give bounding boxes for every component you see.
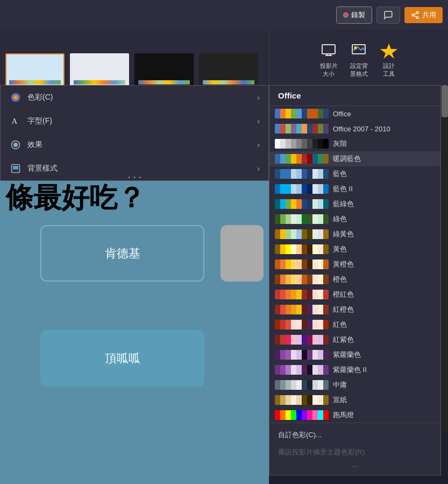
svg-text:A: A [12,117,18,125]
bg-format-button[interactable]: 設定背景格式 [349,40,368,78]
color-icon [9,91,22,104]
svg-point-14 [15,96,16,98]
slide-size-icon [319,40,338,60]
box-popeyes-label: 頂呱呱 [105,350,140,367]
theme-swatch [275,244,329,254]
color-strip-2 [74,80,125,85]
background-icon [9,162,22,175]
theme-item[interactable]: 藍色 [269,166,440,181]
theme-item[interactable]: 紅色 [269,317,440,332]
scrollbar-track [442,85,448,430]
ctx-background-arrow: › [257,164,260,173]
theme-item-label: 中庸 [333,380,347,390]
theme-swatch [275,275,329,284]
theme-item[interactable]: 藍綠色 [269,197,440,212]
ctx-color[interactable]: 色彩(C) › [1,86,268,109]
scrollbar-thumb[interactable] [442,85,448,117]
color-strip-4 [203,80,254,85]
theme-footer: 自訂色彩(C)... 重設投影片佈景主題色彩(R) ···· [269,423,440,475]
svg-point-17 [13,143,18,147]
svg-rect-5 [322,45,335,54]
bg-format-label: 設定背景格式 [350,62,368,78]
custom-color-item[interactable]: 自訂色彩(C)... [269,426,440,444]
design-tool-icon [379,40,399,60]
theme-item[interactable]: 紫蘿蘭色 II [269,362,440,377]
comment-button[interactable] [376,6,400,24]
theme-item[interactable]: 中庸 [269,377,440,392]
slide-box-popeyes[interactable]: 頂呱呱 [40,330,204,387]
theme-item-label: 灰階 [333,139,347,149]
slide-size-button[interactable]: 投影片大小 [319,40,338,78]
theme-item-label: 暖調藍色 [333,154,361,164]
slide-box-mcdo[interactable] [221,225,264,282]
footer-dots: ···· [269,461,440,472]
slide-title: 條最好吃？ [0,179,258,217]
theme-swatch [275,305,329,314]
reset-color-item[interactable]: 重設投影片佈景主題色彩(R) [269,444,440,461]
theme-swatch [275,214,329,224]
slide-size-label: 投影片大小 [320,62,338,78]
ctx-effect-label: 效果 [27,140,42,150]
theme-item[interactable]: 橙色 [269,272,440,287]
context-menu: 色彩(C) › A 字型(F) › 效果 › 背景樣式 › [0,85,269,181]
theme-swatch [275,124,329,134]
theme-item-label: 藍綠色 [333,199,354,209]
theme-item[interactable]: 橙紅色 [269,287,440,302]
theme-swatch [275,229,329,239]
theme-item[interactable]: 跑馬燈 [269,408,440,423]
toolbar: 錄製 共用 [0,0,448,30]
design-tool-button[interactable]: 設計工具 [379,40,399,78]
theme-swatch [275,320,329,329]
theme-swatch [275,395,329,405]
theme-item[interactable]: 紅橙色 [269,302,440,317]
theme-swatch [275,259,329,269]
share-label: 共用 [422,10,436,20]
theme-item[interactable]: 紅紫色 [269,332,440,347]
effect-icon [9,138,22,151]
theme-item-label: 綠黃色 [333,229,354,239]
theme-header: Office [269,86,440,106]
slide-box-kfc[interactable]: 肯德基 [40,225,204,282]
design-tool-label: 設計工具 [383,62,395,78]
theme-item[interactable]: 紫蘿蘭色 [269,347,440,362]
ctx-effect-arrow: › [257,141,260,149]
theme-swatch [275,199,329,209]
record-button[interactable]: 錄製 [336,6,372,24]
theme-item-label: 紫蘿蘭色 II [333,365,367,375]
theme-item[interactable]: 藍色 II [269,181,440,197]
ctx-font[interactable]: A 字型(F) › [1,109,268,133]
theme-swatch [275,335,329,345]
theme-dropdown: Office OfficeOffice 2007 - 2010灰階暖調藍色藍色藍… [269,85,441,475]
theme-item[interactable]: 灰階 [269,136,440,151]
theme-item[interactable]: Office [269,106,440,121]
theme-swatch [275,365,329,375]
theme-swatch [275,184,329,194]
comment-icon [383,10,393,20]
dots-1 [129,177,130,178]
theme-item[interactable]: 黃橙色 [269,257,440,272]
right-panel: 投影片大小 設定背景格式 設計工具 [269,30,448,89]
theme-item-label: 紅紫色 [333,335,354,345]
theme-item-label: 藍色 II [333,184,353,194]
theme-item-label: 宣紙 [333,395,347,405]
theme-item-label: 黃橙色 [333,259,354,269]
svg-rect-19 [13,166,18,170]
ctx-effect[interactable]: 效果 › [1,133,268,157]
theme-item[interactable]: 黃色 [269,242,440,257]
theme-item[interactable]: 暖調藍色 [269,151,440,166]
theme-item-label: Office 2007 - 2010 [333,125,390,133]
theme-swatch [275,380,329,390]
theme-swatch [275,109,329,118]
theme-item-label: 橙紅色 [333,290,354,299]
ctx-font-arrow: › [257,117,260,125]
theme-item[interactable]: 宣紙 [269,392,440,408]
ctx-color-label: 色彩(C) [27,93,53,102]
font-icon: A [9,115,22,128]
theme-item[interactable]: 綠黃色 [269,227,440,242]
theme-item[interactable]: Office 2007 - 2010 [269,121,440,136]
theme-item[interactable]: 綠色 [269,212,440,227]
share-button[interactable]: 共用 [404,7,443,23]
theme-list: OfficeOffice 2007 - 2010灰階暖調藍色藍色藍色 II藍綠色… [269,106,440,423]
color-strip-3 [138,80,190,85]
theme-item-label: 綠色 [333,214,347,224]
